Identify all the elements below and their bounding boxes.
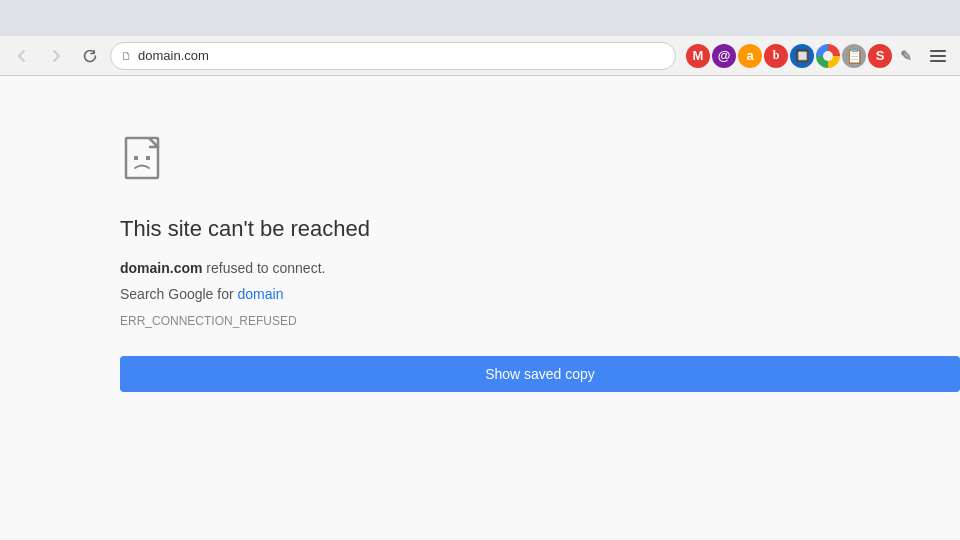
error-code: ERR_CONNECTION_REFUSED bbox=[120, 314, 960, 328]
ext-icon-q[interactable]: @ bbox=[712, 44, 736, 68]
ext-icon-s[interactable]: S bbox=[868, 44, 892, 68]
svg-rect-2 bbox=[146, 156, 150, 160]
error-description: domain.com refused to connect. bbox=[120, 260, 960, 276]
extensions-area: M @ a b 🔲 📋 S ✎ bbox=[686, 44, 918, 68]
toolbar: 🗋 domain.com M @ a b 🔲 📋 S ✎ bbox=[0, 36, 960, 76]
forward-button[interactable] bbox=[42, 42, 70, 70]
error-icon bbox=[120, 136, 172, 188]
search-prefix: Search Google for bbox=[120, 286, 238, 302]
domain-bold: domain.com bbox=[120, 260, 202, 276]
menu-dot bbox=[930, 50, 946, 52]
ext-icon-h[interactable]: b bbox=[764, 44, 788, 68]
reload-button[interactable] bbox=[76, 42, 104, 70]
svg-rect-0 bbox=[126, 138, 158, 178]
tab-bar bbox=[0, 0, 960, 36]
browser-chrome: 🗋 domain.com M @ a b 🔲 📋 S ✎ bbox=[0, 0, 960, 76]
ext-icon-chrome[interactable] bbox=[816, 44, 840, 68]
search-link[interactable]: domain bbox=[238, 286, 284, 302]
ext-icon-a[interactable]: a bbox=[738, 44, 762, 68]
svg-rect-1 bbox=[134, 156, 138, 160]
page-icon: 🗋 bbox=[121, 50, 132, 62]
search-line: Search Google for domain bbox=[120, 286, 960, 302]
back-button[interactable] bbox=[8, 42, 36, 70]
error-title: This site can't be reached bbox=[120, 216, 960, 242]
refused-text: refused to connect. bbox=[202, 260, 325, 276]
ext-icon-note[interactable]: 📋 bbox=[842, 44, 866, 68]
show-saved-copy-button[interactable]: Show saved copy bbox=[120, 356, 960, 392]
menu-button[interactable] bbox=[924, 42, 952, 70]
menu-dot bbox=[930, 55, 946, 57]
page-content: This site can't be reached domain.com re… bbox=[0, 76, 960, 539]
menu-dot bbox=[930, 60, 946, 62]
ext-icon-g[interactable]: 🔲 bbox=[790, 44, 814, 68]
ext-icon-pen[interactable]: ✎ bbox=[894, 44, 918, 68]
address-bar[interactable]: 🗋 domain.com bbox=[110, 42, 676, 70]
url-text: domain.com bbox=[138, 48, 209, 63]
ext-icon-m[interactable]: M bbox=[686, 44, 710, 68]
